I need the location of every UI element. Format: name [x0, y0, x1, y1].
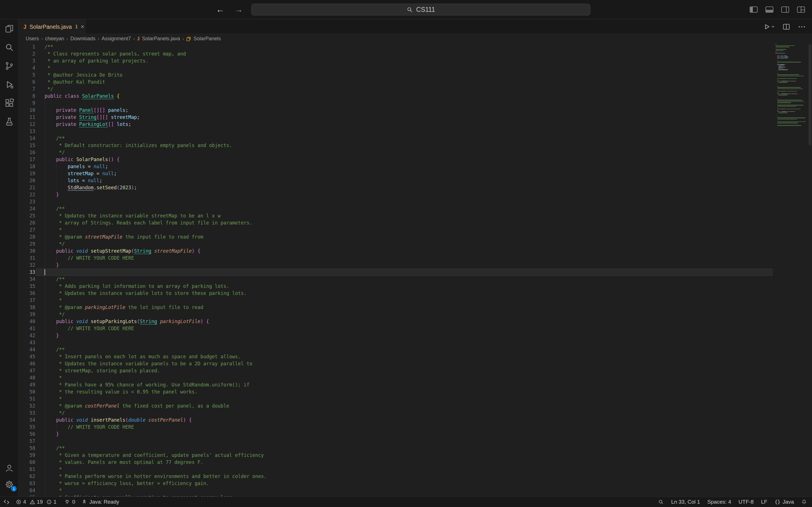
code-line[interactable]: 20 lots = null;	[19, 177, 812, 184]
code-line[interactable]: 17 public SolarPanels() {	[19, 156, 812, 163]
code-line[interactable]: 59 * Given a temperature and coefficient…	[19, 452, 812, 459]
run-debug-icon[interactable]	[0, 75, 18, 94]
java-status[interactable]: Java: Ready	[82, 499, 119, 505]
code-line[interactable]: 26 * array of Strings. Reads each label …	[19, 219, 812, 226]
extensions-icon[interactable]	[0, 94, 18, 112]
accounts-icon[interactable]	[0, 460, 18, 476]
code-line[interactable]: 47 * streetMap, storing panels placed.	[19, 367, 812, 374]
customize-layout-icon[interactable]	[797, 6, 805, 13]
code-line[interactable]: 10 private Panel[][] panels;	[19, 107, 812, 114]
code-line[interactable]: 16 */	[19, 149, 812, 156]
breadcrumb-item-file[interactable]: SolarPanels.java	[142, 36, 180, 42]
code-line[interactable]: 62 * Panels perform worse in hotter envi…	[19, 473, 812, 480]
breadcrumb-item-class[interactable]: SolarPanels	[193, 36, 221, 42]
code-line[interactable]: 23	[19, 198, 812, 205]
code-line[interactable]: 5 * @author Jessica De Brito	[19, 71, 812, 78]
code-line[interactable]: 8public class SolarPanels {	[19, 93, 812, 100]
navigate-forward-button[interactable]: →	[234, 4, 243, 15]
code-line[interactable]: 56 }	[19, 431, 812, 438]
split-editor-icon[interactable]	[783, 23, 790, 30]
encoding-status[interactable]: UTF-8	[739, 499, 754, 505]
tab-close-icon[interactable]: ×	[81, 23, 84, 31]
code-line[interactable]: 39 */	[19, 311, 812, 318]
code-line[interactable]: 6 * @author Kal Pandit	[19, 78, 812, 86]
code-line[interactable]: 52 * @param costPerPanel the fixed cost …	[19, 402, 812, 409]
code-line[interactable]: 44 /**	[19, 346, 812, 353]
source-control-icon[interactable]	[0, 57, 18, 75]
minimap[interactable]	[775, 44, 807, 126]
run-java-button[interactable]	[763, 23, 775, 30]
code-line[interactable]: 61 *	[19, 466, 812, 473]
code-line[interactable]: 64 *	[19, 487, 812, 494]
code-line[interactable]: 21 StdRandom.setSeed(2023);	[19, 184, 812, 191]
zoom-status-icon[interactable]	[658, 499, 664, 505]
code-line[interactable]: 12 private ParkingLot[] lots;	[19, 121, 812, 128]
code-line[interactable]: 60 * values. Panels are most optimal at …	[19, 459, 812, 466]
code-line[interactable]: 34 /**	[19, 276, 812, 283]
code-line[interactable]: 32 }	[19, 262, 812, 269]
code-line[interactable]: 19 streetMap = null;	[19, 170, 812, 177]
breadcrumb-item-users[interactable]: Users	[26, 36, 39, 42]
settings-gear-icon[interactable]: 1	[0, 476, 18, 493]
code-line[interactable]: 13	[19, 128, 812, 135]
language-status[interactable]: {} Java	[774, 499, 794, 505]
breadcrumb-item-cheeyan[interactable]: cheeyan	[45, 36, 64, 42]
code-line[interactable]: 57	[19, 438, 812, 445]
code-line[interactable]: 46 * Updates the instance variable panel…	[19, 360, 812, 367]
toggle-primary-sidebar-icon[interactable]	[749, 6, 758, 13]
explorer-icon[interactable]	[0, 19, 18, 38]
toggle-panel-icon[interactable]	[765, 6, 774, 13]
toggle-secondary-sidebar-icon[interactable]	[781, 6, 790, 13]
code-line[interactable]: 7 */	[19, 86, 812, 93]
testing-icon[interactable]	[0, 112, 18, 131]
more-actions-icon[interactable]: ⋯	[798, 23, 806, 31]
command-center-search[interactable]: CS111	[251, 4, 591, 15]
code-line[interactable]: 53 */	[19, 409, 812, 416]
code-line[interactable]: 22 }	[19, 191, 812, 198]
navigate-back-button[interactable]: ←	[216, 4, 225, 15]
cursor-position-status[interactable]: Ln 33, Col 1	[671, 499, 700, 505]
code-editor[interactable]: 1/**2 * Class represents solar panels, s…	[19, 43, 812, 497]
code-line[interactable]: 1/**	[19, 43, 812, 50]
code-line[interactable]: 43	[19, 339, 812, 346]
code-line[interactable]: 45 * Insert panels on each lot as much a…	[19, 353, 812, 360]
code-line[interactable]: 31 // WRITE YOUR CODE HERE	[19, 255, 812, 262]
code-line[interactable]: 38 * @param parkingLotFile the lot input…	[19, 304, 812, 311]
code-line[interactable]: 51 *	[19, 395, 812, 402]
code-line[interactable]: 24 /**	[19, 205, 812, 212]
code-line[interactable]: 37 *	[19, 297, 812, 304]
code-line[interactable]: 25 * Updates the instance variable stree…	[19, 212, 812, 219]
code-line[interactable]: 27 *	[19, 226, 812, 233]
code-line[interactable]: 29 */	[19, 240, 812, 247]
code-line[interactable]: 15 * Default constructor: initializes em…	[19, 142, 812, 149]
code-line[interactable]: 41 // WRITE YOUR CODE HERE	[19, 325, 812, 332]
code-line[interactable]: 48 *	[19, 374, 812, 381]
code-line[interactable]: 2 * Class represents solar panels, stree…	[19, 50, 812, 57]
breadcrumb-item-assignment7[interactable]: Assignment7	[101, 36, 131, 42]
code-line[interactable]: 4 *	[19, 64, 812, 71]
remote-indicator-icon[interactable]	[3, 499, 10, 505]
code-line[interactable]: 3 * an array of parking lot projects.	[19, 57, 812, 64]
tab-solarpanels-java[interactable]: J SolarPanels.java 1 ×	[19, 19, 86, 34]
code-line[interactable]: 30 public void setupStreetMap(String str…	[19, 247, 812, 255]
editor-scrollbar[interactable]	[809, 44, 811, 145]
ports-status[interactable]: 0	[64, 499, 75, 505]
code-line[interactable]: 65 * Coefficients are usually negative t…	[19, 494, 812, 497]
indentation-status[interactable]: Spaces: 4	[707, 499, 731, 505]
code-line[interactable]: 11 private String[][] streetMap;	[19, 114, 812, 121]
problems-status[interactable]: 4 19 1	[16, 499, 58, 505]
code-line[interactable]: 14 /**	[19, 135, 812, 142]
code-line[interactable]: 55 // WRITE YOUR CODE HERE	[19, 424, 812, 431]
code-line[interactable]: 50 * the resulting value is < 0.95 the p…	[19, 388, 812, 395]
code-line[interactable]: 28 * @param streetMapFile the input file…	[19, 233, 812, 240]
search-view-icon[interactable]	[0, 38, 18, 57]
code-line[interactable]: 35 * Adds parking lot information to an …	[19, 283, 812, 290]
code-line[interactable]: 40 public void setupParkingLots(String p…	[19, 318, 812, 325]
breadcrumb-item-downloads[interactable]: Downloads	[70, 36, 95, 42]
code-line[interactable]: 54 public void insertPanels(double costP…	[19, 416, 812, 424]
code-line[interactable]: 49 * Panels have a 95% chance of working…	[19, 381, 812, 388]
notifications-bell-icon[interactable]	[801, 499, 807, 505]
code-line[interactable]: 9	[19, 100, 812, 107]
code-line[interactable]: 42 }	[19, 332, 812, 339]
code-line[interactable]: 36 * Updates the instance variable lots …	[19, 290, 812, 297]
